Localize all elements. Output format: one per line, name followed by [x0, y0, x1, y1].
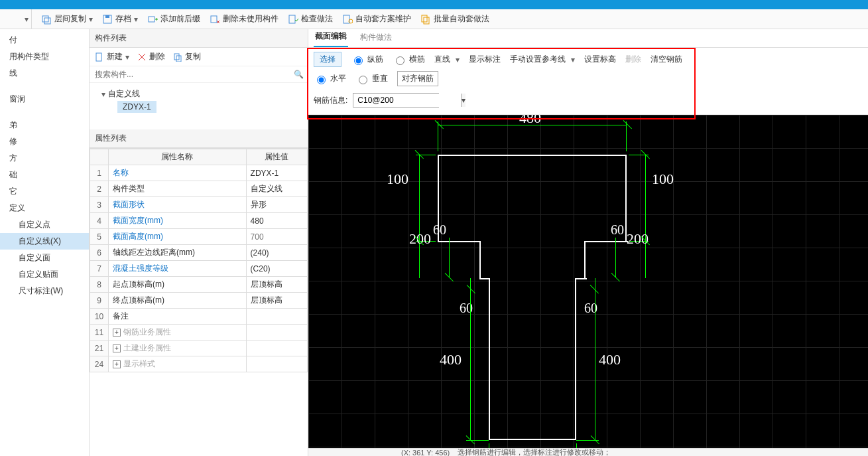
radio-transverse-input[interactable] [396, 56, 404, 65]
property-name-cell[interactable]: 截面宽度(mm) [109, 213, 247, 229]
property-name-cell[interactable]: 截面高度(mm) [109, 229, 247, 245]
tree-item[interactable]: 修 [0, 133, 89, 150]
property-row[interactable]: 9终点顶标高(m)层顶标高 [90, 293, 308, 309]
property-name-cell[interactable]: 终点顶标高(m) [109, 293, 247, 309]
set-elevation-button[interactable]: 设置标高 [584, 54, 616, 65]
property-value-cell[interactable] [246, 356, 307, 372]
tree-item[interactable]: 用构件类型 [0, 48, 89, 65]
manual-refline-button[interactable]: 手动设置参考线 [510, 54, 566, 65]
radio-horizontal-input[interactable] [317, 76, 326, 84]
section-canvas[interactable]: 480 100 200 100 200 60 60 60 60 [308, 115, 868, 448]
tree-item[interactable]: 定义 [0, 200, 89, 216]
property-row[interactable]: 21+土建业务属性 [90, 341, 308, 356]
radio-vertical[interactable]: 垂直 [355, 73, 388, 84]
select-mode-button[interactable]: 选择 [314, 52, 341, 67]
auto-scheme-maintain-button[interactable]: 自动套方案维护 [342, 13, 411, 25]
copy-component-button[interactable]: 复制 [173, 51, 201, 62]
property-name-cell[interactable]: 轴线距左边线距离(mm) [109, 245, 247, 261]
property-value-cell[interactable] [246, 341, 307, 356]
tree-item[interactable]: 方 [0, 150, 89, 167]
property-value-cell[interactable]: ZDYX-1 [246, 165, 307, 181]
tree-item[interactable]: 线 [0, 65, 89, 82]
property-name-cell[interactable]: +显示样式 [109, 356, 247, 372]
tree-item[interactable]: 它 [0, 183, 89, 200]
property-value-cell[interactable]: 层顶标高 [246, 277, 307, 293]
property-row[interactable]: 24+显示样式 [90, 356, 308, 372]
property-row[interactable]: 11+钢筋业务属性 [90, 325, 308, 341]
property-row[interactable]: 3截面形状异形 [90, 197, 308, 213]
property-name-cell[interactable]: +土建业务属性 [109, 341, 247, 356]
tree-item-label: 定义 [9, 203, 25, 212]
component-tree-leaf[interactable]: ZDYX-1 [117, 101, 156, 113]
tree-item-custom-point[interactable]: 自定义点 [0, 216, 89, 233]
property-value-cell[interactable]: (240) [246, 245, 307, 261]
property-row[interactable]: 2构件类型自定义线 [90, 181, 308, 197]
tree-item[interactable]: 弟 [0, 117, 89, 133]
property-value-cell[interactable]: 480 [246, 213, 307, 229]
property-row[interactable]: 6轴线距左边线距离(mm)(240) [90, 245, 308, 261]
property-row[interactable]: 7混凝土强度等级(C20) [90, 261, 308, 277]
dim-line [419, 155, 420, 278]
new-component-button[interactable]: 新建 ▾ [95, 51, 129, 62]
tree-item-custom-veneer[interactable]: 自定义贴面 [0, 266, 89, 283]
tool-row-1: 选择 纵筋 横筋 直线▾ 显示标注 手动设置参考线▾ 设置标高 删除 清空钢筋 [314, 52, 863, 67]
property-value-cell[interactable]: 自定义线 [246, 181, 307, 197]
property-row[interactable]: 5截面高度(mm)700 [90, 229, 308, 245]
dim-60-top-right: 60 [611, 222, 624, 238]
property-row[interactable]: 8起点顶标高(m)层顶标高 [90, 277, 308, 293]
search-icon[interactable]: 🔍 [294, 70, 304, 79]
line-tool-button[interactable]: 直线 [434, 54, 450, 65]
batch-icon [420, 14, 431, 25]
archive-button[interactable]: 存档 ▾ [102, 13, 138, 25]
tree-item[interactable]: 窗洞 [0, 91, 89, 108]
property-name-cell[interactable]: +钢筋业务属性 [109, 325, 247, 341]
property-name-cell[interactable]: 混凝土强度等级 [109, 261, 247, 277]
show-dim-button[interactable]: 显示标注 [469, 54, 501, 65]
expand-icon[interactable]: + [113, 344, 121, 352]
tree-item[interactable]: 付 [0, 32, 89, 48]
delete-component-button[interactable]: 删除 [137, 51, 165, 62]
property-value-cell[interactable] [246, 325, 307, 341]
property-value-cell[interactable]: 层顶标高 [246, 293, 307, 309]
tree-item[interactable]: 础 [0, 167, 89, 183]
tree-item-dimension[interactable]: 尺寸标注(W) [0, 283, 89, 299]
radio-longitudinal-input[interactable] [354, 56, 363, 65]
ribbon-dropdown-indicator[interactable]: ▾ [5, 9, 32, 29]
component-tree-root[interactable]: ▾ 自定义线 [95, 87, 302, 101]
property-row[interactable]: 1名称ZDYX-1 [90, 165, 308, 181]
property-value-cell[interactable]: (C20) [246, 261, 307, 277]
check-method-button[interactable]: 检查做法 [288, 13, 333, 25]
align-rebar-button[interactable]: 对齐钢筋 [397, 71, 438, 86]
expand-icon[interactable]: + [113, 329, 121, 337]
svg-rect-4 [149, 17, 155, 22]
component-search-input[interactable] [93, 69, 294, 80]
property-value-cell[interactable]: 异形 [246, 197, 307, 213]
tree-item-custom-face[interactable]: 自定义面 [0, 250, 89, 266]
radio-transverse[interactable]: 横筋 [393, 54, 425, 65]
tab-component-method[interactable]: 构件做法 [359, 28, 393, 47]
property-name-cell[interactable]: 截面形状 [109, 197, 247, 213]
radio-horizontal[interactable]: 水平 [314, 73, 346, 84]
layer-copy-button[interactable]: 层间复制 ▾ [41, 13, 93, 25]
add-prefix-suffix-button[interactable]: 添加前后缀 [147, 13, 200, 25]
property-row[interactable]: 4截面宽度(mm)480 [90, 213, 308, 229]
tab-section-edit[interactable]: 截面编辑 [314, 27, 348, 47]
batch-auto-method-button[interactable]: 批量自动套做法 [420, 13, 489, 25]
tree-item-custom-line[interactable]: 自定义线(X) [0, 233, 89, 250]
radio-vertical-input[interactable] [359, 76, 367, 84]
rebar-info-dropdown-button[interactable]: ▾ [461, 94, 465, 107]
property-name-cell[interactable]: 构件类型 [109, 181, 247, 197]
radio-longitudinal[interactable]: 纵筋 [351, 54, 383, 65]
rebar-info-input[interactable] [353, 94, 461, 107]
property-row[interactable]: 10备注 [90, 309, 308, 325]
property-value-cell[interactable]: 700 [246, 229, 307, 245]
status-hint: 选择钢筋进行编辑，选择标注进行修改或移动； [458, 448, 611, 456]
property-value-cell[interactable] [246, 309, 307, 325]
property-name-cell[interactable]: 名称 [109, 165, 247, 181]
property-name-cell[interactable]: 备注 [109, 309, 247, 325]
delete-unused-button[interactable]: 删除未使用构件 [210, 13, 279, 25]
property-name-cell[interactable]: 起点顶标高(m) [109, 277, 247, 293]
clear-rebar-button[interactable]: 清空钢筋 [651, 54, 682, 65]
delete-rebar-button[interactable]: 删除 [625, 54, 641, 65]
expand-icon[interactable]: + [113, 360, 121, 368]
